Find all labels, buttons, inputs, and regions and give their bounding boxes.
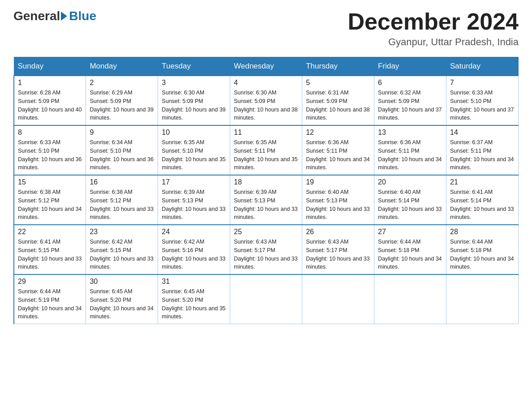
day-number: 4 bbox=[234, 79, 298, 87]
week-row-1: 1Sunrise: 6:28 AMSunset: 5:09 PMDaylight… bbox=[14, 76, 519, 125]
day-info: Sunrise: 6:36 AMSunset: 5:11 PMDaylight:… bbox=[378, 138, 442, 172]
calendar-cell: 12Sunrise: 6:36 AMSunset: 5:11 PMDayligh… bbox=[302, 125, 374, 175]
day-number: 12 bbox=[306, 128, 370, 137]
day-info: Sunrise: 6:29 AMSunset: 5:09 PMDaylight:… bbox=[90, 89, 154, 122]
calendar-cell: 14Sunrise: 6:37 AMSunset: 5:11 PMDayligh… bbox=[446, 125, 519, 175]
week-row-5: 29Sunrise: 6:44 AMSunset: 5:19 PMDayligh… bbox=[14, 274, 519, 324]
calendar-cell: 31Sunrise: 6:45 AMSunset: 5:20 PMDayligh… bbox=[158, 274, 230, 324]
calendar-cell bbox=[302, 274, 374, 324]
day-info: Sunrise: 6:37 AMSunset: 5:11 PMDaylight:… bbox=[450, 138, 515, 172]
calendar-cell: 22Sunrise: 6:41 AMSunset: 5:15 PMDayligh… bbox=[14, 225, 86, 274]
day-info: Sunrise: 6:45 AMSunset: 5:20 PMDaylight:… bbox=[90, 287, 154, 321]
calendar-cell bbox=[446, 274, 519, 324]
day-info: Sunrise: 6:35 AMSunset: 5:10 PMDaylight:… bbox=[162, 138, 226, 172]
day-number: 30 bbox=[90, 278, 154, 286]
day-number: 8 bbox=[18, 128, 82, 137]
day-info: Sunrise: 6:42 AMSunset: 5:16 PMDaylight:… bbox=[162, 238, 226, 271]
day-number: 5 bbox=[306, 79, 370, 87]
week-row-4: 22Sunrise: 6:41 AMSunset: 5:15 PMDayligh… bbox=[14, 225, 519, 274]
calendar-cell: 28Sunrise: 6:44 AMSunset: 5:18 PMDayligh… bbox=[446, 225, 519, 274]
calendar-cell: 5Sunrise: 6:31 AMSunset: 5:09 PMDaylight… bbox=[302, 76, 374, 125]
calendar-cell: 20Sunrise: 6:40 AMSunset: 5:14 PMDayligh… bbox=[374, 175, 446, 225]
day-info: Sunrise: 6:32 AMSunset: 5:09 PMDaylight:… bbox=[378, 89, 442, 122]
day-number: 9 bbox=[90, 128, 154, 137]
day-number: 15 bbox=[18, 178, 82, 186]
day-info: Sunrise: 6:44 AMSunset: 5:18 PMDaylight:… bbox=[450, 238, 515, 271]
page-header: General Blue December 2024 Gyanpur, Utta… bbox=[13, 9, 519, 48]
col-header-tuesday: Tuesday bbox=[158, 57, 230, 76]
day-info: Sunrise: 6:39 AMSunset: 5:13 PMDaylight:… bbox=[234, 188, 298, 222]
calendar-cell: 7Sunrise: 6:33 AMSunset: 5:10 PMDaylight… bbox=[446, 76, 519, 125]
calendar-cell bbox=[230, 274, 302, 324]
col-header-wednesday: Wednesday bbox=[230, 57, 302, 76]
title-section: December 2024 Gyanpur, Uttar Pradesh, In… bbox=[348, 9, 519, 48]
day-number: 3 bbox=[162, 79, 226, 87]
calendar-cell: 10Sunrise: 6:35 AMSunset: 5:10 PMDayligh… bbox=[158, 125, 230, 175]
calendar-table: SundayMondayTuesdayWednesdayThursdayFrid… bbox=[13, 57, 519, 324]
day-number: 27 bbox=[378, 228, 442, 236]
day-info: Sunrise: 6:33 AMSunset: 5:10 PMDaylight:… bbox=[18, 138, 82, 172]
calendar-cell: 18Sunrise: 6:39 AMSunset: 5:13 PMDayligh… bbox=[230, 175, 302, 225]
day-number: 23 bbox=[90, 228, 154, 236]
day-info: Sunrise: 6:40 AMSunset: 5:13 PMDaylight:… bbox=[306, 188, 370, 222]
day-number: 14 bbox=[450, 128, 515, 137]
calendar-cell: 4Sunrise: 6:30 AMSunset: 5:09 PMDaylight… bbox=[230, 76, 302, 125]
day-number: 11 bbox=[234, 128, 298, 137]
day-info: Sunrise: 6:31 AMSunset: 5:09 PMDaylight:… bbox=[306, 89, 370, 122]
calendar-cell: 27Sunrise: 6:44 AMSunset: 5:18 PMDayligh… bbox=[374, 225, 446, 274]
col-header-thursday: Thursday bbox=[302, 57, 374, 76]
calendar-cell: 17Sunrise: 6:39 AMSunset: 5:13 PMDayligh… bbox=[158, 175, 230, 225]
day-number: 17 bbox=[162, 178, 226, 186]
location-title: Gyanpur, Uttar Pradesh, India bbox=[348, 36, 519, 48]
month-title: December 2024 bbox=[348, 9, 519, 34]
day-number: 6 bbox=[378, 79, 442, 87]
day-info: Sunrise: 6:45 AMSunset: 5:20 PMDaylight:… bbox=[162, 287, 226, 321]
calendar-cell: 16Sunrise: 6:38 AMSunset: 5:12 PMDayligh… bbox=[86, 175, 158, 225]
day-number: 7 bbox=[450, 79, 515, 87]
day-number: 10 bbox=[162, 128, 226, 137]
day-info: Sunrise: 6:38 AMSunset: 5:12 PMDaylight:… bbox=[90, 188, 154, 222]
calendar-cell: 23Sunrise: 6:42 AMSunset: 5:15 PMDayligh… bbox=[86, 225, 158, 274]
week-row-2: 8Sunrise: 6:33 AMSunset: 5:10 PMDaylight… bbox=[14, 125, 519, 175]
logo-blue-text: Blue bbox=[69, 9, 96, 23]
logo-arrow-icon bbox=[61, 12, 67, 21]
day-info: Sunrise: 6:44 AMSunset: 5:19 PMDaylight:… bbox=[18, 287, 82, 321]
day-info: Sunrise: 6:36 AMSunset: 5:11 PMDaylight:… bbox=[306, 138, 370, 172]
calendar-cell: 13Sunrise: 6:36 AMSunset: 5:11 PMDayligh… bbox=[374, 125, 446, 175]
calendar-cell: 11Sunrise: 6:35 AMSunset: 5:11 PMDayligh… bbox=[230, 125, 302, 175]
day-number: 22 bbox=[18, 228, 82, 236]
calendar-cell bbox=[374, 274, 446, 324]
day-number: 18 bbox=[234, 178, 298, 186]
calendar-cell: 15Sunrise: 6:38 AMSunset: 5:12 PMDayligh… bbox=[14, 175, 86, 225]
day-info: Sunrise: 6:43 AMSunset: 5:17 PMDaylight:… bbox=[306, 238, 370, 271]
calendar-cell: 21Sunrise: 6:41 AMSunset: 5:14 PMDayligh… bbox=[446, 175, 519, 225]
week-row-3: 15Sunrise: 6:38 AMSunset: 5:12 PMDayligh… bbox=[14, 175, 519, 225]
logo: General Blue bbox=[13, 9, 96, 23]
day-info: Sunrise: 6:41 AMSunset: 5:14 PMDaylight:… bbox=[450, 188, 515, 222]
day-info: Sunrise: 6:43 AMSunset: 5:17 PMDaylight:… bbox=[234, 238, 298, 271]
day-info: Sunrise: 6:34 AMSunset: 5:10 PMDaylight:… bbox=[90, 138, 154, 172]
calendar-cell: 9Sunrise: 6:34 AMSunset: 5:10 PMDaylight… bbox=[86, 125, 158, 175]
calendar-cell: 6Sunrise: 6:32 AMSunset: 5:09 PMDaylight… bbox=[374, 76, 446, 125]
calendar-cell: 3Sunrise: 6:30 AMSunset: 5:09 PMDaylight… bbox=[158, 76, 230, 125]
calendar-cell: 1Sunrise: 6:28 AMSunset: 5:09 PMDaylight… bbox=[14, 76, 86, 125]
day-info: Sunrise: 6:44 AMSunset: 5:18 PMDaylight:… bbox=[378, 238, 442, 271]
day-number: 1 bbox=[18, 79, 82, 87]
day-info: Sunrise: 6:33 AMSunset: 5:10 PMDaylight:… bbox=[450, 89, 515, 122]
calendar-cell: 2Sunrise: 6:29 AMSunset: 5:09 PMDaylight… bbox=[86, 76, 158, 125]
col-header-monday: Monday bbox=[86, 57, 158, 76]
logo-blue-part: Blue bbox=[60, 9, 96, 23]
col-header-sunday: Sunday bbox=[14, 57, 86, 76]
day-number: 31 bbox=[162, 278, 226, 286]
day-number: 20 bbox=[378, 178, 442, 186]
day-number: 29 bbox=[18, 278, 82, 286]
day-info: Sunrise: 6:30 AMSunset: 5:09 PMDaylight:… bbox=[234, 89, 298, 122]
calendar-cell: 29Sunrise: 6:44 AMSunset: 5:19 PMDayligh… bbox=[14, 274, 86, 324]
day-number: 19 bbox=[306, 178, 370, 186]
calendar-cell: 25Sunrise: 6:43 AMSunset: 5:17 PMDayligh… bbox=[230, 225, 302, 274]
day-number: 28 bbox=[450, 228, 515, 236]
calendar-cell: 30Sunrise: 6:45 AMSunset: 5:20 PMDayligh… bbox=[86, 274, 158, 324]
day-info: Sunrise: 6:39 AMSunset: 5:13 PMDaylight:… bbox=[162, 188, 226, 222]
calendar-header-row: SundayMondayTuesdayWednesdayThursdayFrid… bbox=[14, 57, 519, 76]
day-number: 26 bbox=[306, 228, 370, 236]
